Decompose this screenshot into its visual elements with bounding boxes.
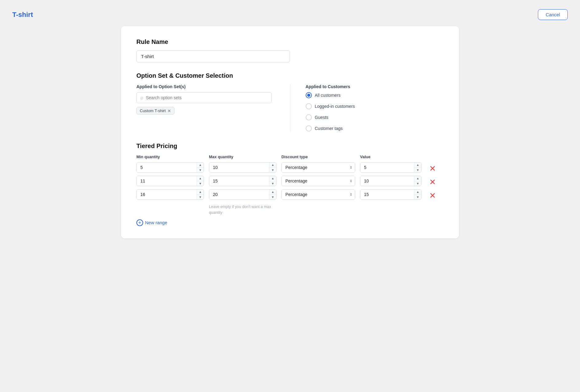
max-spin-down-2[interactable]: ▼ [269,194,276,200]
option-customer-grid: Applied to Option Set(s) ⌕ Custom T-shir… [136,84,444,131]
max-spin-up-1[interactable]: ▲ [269,176,276,181]
value-spin-up-1[interactable]: ▲ [414,176,421,181]
max-quantity-wrap-2: ▲ ▼ [209,189,276,200]
customer-label: Applied to Customers [306,84,444,89]
search-icon: ⌕ [140,95,143,100]
max-spin-up-2[interactable]: ▲ [269,190,276,194]
radio-item-all[interactable]: All customers [306,92,444,98]
radio-circle-all [306,92,312,98]
search-option-input[interactable] [146,95,268,100]
header-max_quantity: Max quantity [209,155,276,162]
select-arrow-0: ⇕ [347,163,355,172]
value-input-1[interactable] [360,176,414,186]
value-spin-down-1[interactable]: ▼ [414,181,421,186]
value-spin-2: ▲ ▼ [414,190,421,199]
value-input-2[interactable] [360,190,414,199]
radio-circle-guests [306,114,312,120]
value-wrap-1: ▲ ▼ [360,176,421,186]
max-quantity-wrap-1: ▲ ▼ [209,176,276,186]
max-spin-2: ▲ ▼ [269,190,276,199]
max-spin-down-1[interactable]: ▼ [269,181,276,186]
min-spin-down-2[interactable]: ▼ [197,194,204,200]
value-spin-0: ▲ ▼ [414,163,421,172]
top-bar: T-shirt Cancel [6,6,574,26]
radio-item-logged-in[interactable]: Logged-in customers [306,103,444,109]
select-arrow-2: ⇕ [347,190,355,199]
option-set-section-label: Option Set & Customer Selection [136,72,444,79]
min-spin-1: ▲ ▼ [197,176,204,186]
radio-item-customer-tags[interactable]: Customer tags [306,125,444,131]
value-input-0[interactable] [360,163,414,172]
select-arrow-1: ⇕ [347,176,355,186]
value-wrap-2: ▲ ▼ [360,189,421,200]
value-spin-up-2[interactable]: ▲ [414,190,421,194]
min-spin-2: ▲ ▼ [197,190,204,199]
page-title: T-shirt [12,11,33,19]
customer-radio-group: All customersLogged-in customersGuestsCu… [306,92,444,131]
min-spin-0: ▲ ▼ [197,163,204,172]
min-quantity-input-0[interactable] [137,163,197,172]
discount-type-select-0[interactable]: PercentageFixed amountFixed price [282,163,347,172]
customer-col: Applied to Customers All customersLogged… [296,84,444,131]
radio-circle-logged-in [306,103,312,109]
header-discount_type: Discount type [281,155,355,162]
rule-name-label: Rule Name [136,38,444,45]
header-value: Value [360,155,421,162]
max-spin-down-0[interactable]: ▼ [269,167,276,173]
delete-row-button-1[interactable] [426,176,439,187]
min-spin-up-2[interactable]: ▲ [197,190,204,194]
new-range-icon: + [136,219,143,226]
min-spin-down-0[interactable]: ▼ [197,167,204,173]
radio-label-customer-tags: Customer tags [315,126,343,131]
value-spin-up-0[interactable]: ▲ [414,163,421,167]
min-quantity-input-1[interactable] [137,176,197,186]
max-quantity-input-2[interactable] [209,190,269,199]
new-range-label: New range [145,220,167,225]
max-quantity-hint: Leave empty if you don't want a max quan… [209,204,276,216]
max-quantity-input-1[interactable] [209,176,269,186]
delete-row-button-2[interactable] [426,189,439,201]
new-range-button[interactable]: + New range [136,219,167,226]
min-quantity-wrap-0: ▲ ▼ [136,162,204,173]
main-card: Rule Name Option Set & Customer Selectio… [121,26,459,238]
min-spin-up-1[interactable]: ▲ [197,176,204,181]
min-quantity-input-2[interactable] [137,190,197,199]
header-min_quantity: Min quantity [136,155,204,162]
max-quantity-wrap-0: ▲ ▼ [209,162,276,173]
radio-label-logged-in: Logged-in customers [315,104,355,109]
min-spin-down-1[interactable]: ▼ [197,181,204,186]
value-spin-down-2[interactable]: ▼ [414,194,421,200]
max-spin-up-0[interactable]: ▲ [269,163,276,167]
discount-type-select-2[interactable]: PercentageFixed amountFixed price [282,190,347,199]
value-spin-down-0[interactable]: ▼ [414,167,421,173]
radio-item-guests[interactable]: Guests [306,114,444,120]
tiered-pricing-section: Tiered Pricing Min quantityMax quantityD… [136,143,444,226]
min-quantity-wrap-1: ▲ ▼ [136,176,204,186]
discount-type-wrap-0: PercentageFixed amountFixed price ⇕ [281,162,355,173]
value-spin-1: ▲ ▼ [414,176,421,186]
option-set-section: Option Set & Customer Selection Applied … [136,72,444,131]
max-spin-0: ▲ ▼ [269,163,276,172]
radio-label-guests: Guests [315,115,328,120]
discount-type-wrap-1: PercentageFixed amountFixed price ⇕ [281,176,355,186]
cancel-button[interactable]: Cancel [538,9,568,20]
rule-name-input[interactable] [136,50,290,62]
search-option-box[interactable]: ⌕ [136,92,272,103]
col-divider [290,84,290,131]
custom-tshirt-tag: Custom T-shirt ✕ [136,107,174,115]
value-wrap-0: ▲ ▼ [360,162,421,173]
max-spin-1: ▲ ▼ [269,176,276,186]
discount-type-select-1[interactable]: PercentageFixed amountFixed price [282,176,347,186]
max-quantity-input-0[interactable] [209,163,269,172]
discount-type-wrap-2: PercentageFixed amountFixed price ⇕ [281,189,355,200]
applied-option-label: Applied to Option Set(s) [136,84,272,89]
tag-label: Custom T-shirt [140,108,166,113]
min-spin-up-0[interactable]: ▲ [197,163,204,167]
tiered-pricing-label: Tiered Pricing [136,143,444,150]
tag-close-button[interactable]: ✕ [167,109,171,113]
min-quantity-wrap-2: ▲ ▼ [136,189,204,200]
rule-name-section: Rule Name [136,38,444,62]
option-set-col: Applied to Option Set(s) ⌕ Custom T-shir… [136,84,284,131]
delete-row-button-0[interactable] [426,162,439,174]
radio-label-all: All customers [315,93,341,98]
